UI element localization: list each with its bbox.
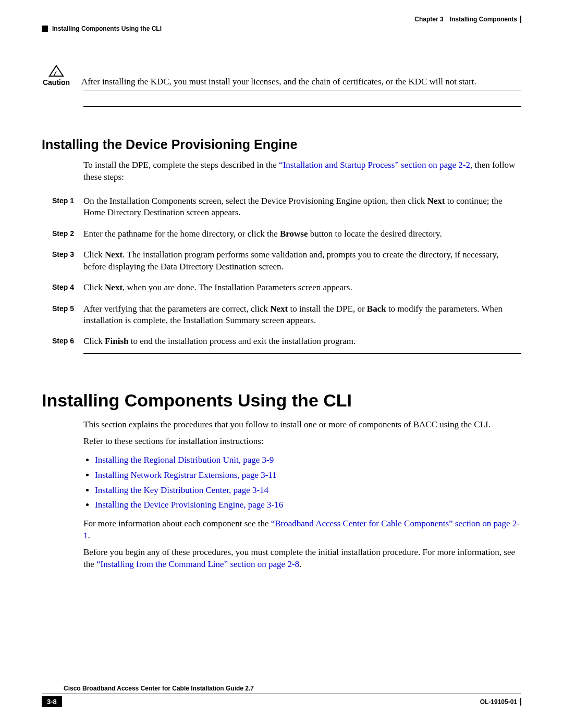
rule-thick xyxy=(83,106,521,107)
step-label: Step 1 xyxy=(52,195,83,205)
text: to install the DPE, or xyxy=(288,304,367,314)
section-title: Installing Components Using the CLI xyxy=(52,25,521,32)
caution-label: Caution xyxy=(42,78,71,87)
link-dpe[interactable]: Installing the Device Provisioning Engin… xyxy=(95,500,283,510)
chapter-title: Installing Components xyxy=(450,16,517,23)
text: . The installation program performs some… xyxy=(83,250,498,271)
text: button to locate the desired directory. xyxy=(308,229,442,239)
chapter-number: Chapter 3 xyxy=(414,16,443,23)
link-kdc[interactable]: Installing the Key Distribution Center, … xyxy=(95,485,268,495)
link-install-startup[interactable]: “Installation and Startup Process” secti… xyxy=(279,160,470,170)
bold: Finish xyxy=(105,336,128,346)
step-label: Step 5 xyxy=(52,303,83,313)
text: Click xyxy=(83,282,105,292)
step-text: After verifying that the parameters are … xyxy=(83,303,521,327)
caution-label-col: Caution xyxy=(42,65,71,87)
text: to end the installation process and exit… xyxy=(128,336,356,346)
bold: Browse xyxy=(280,229,308,239)
text: To install the DPE, complete the steps d… xyxy=(83,160,279,170)
header-tick-icon xyxy=(520,16,521,23)
step-text: On the Installation Components screen, s… xyxy=(83,195,521,219)
running-header-left: Installing Components Using the CLI xyxy=(42,25,521,32)
heading-dpe: Installing the Device Provisioning Engin… xyxy=(42,137,521,152)
svg-marker-0 xyxy=(50,66,63,76)
list-item: Installing the Key Distribution Center, … xyxy=(95,483,521,498)
link-rdu[interactable]: Installing the Regional Distribution Uni… xyxy=(95,455,274,465)
step-row: Step 3 Click Next. The installation prog… xyxy=(52,249,521,273)
doc-id-text: OL-19105-01 xyxy=(480,698,517,706)
cli-begin: Before you begin any of these procedures… xyxy=(83,547,521,570)
doc-id: OL-19105-01 xyxy=(480,698,521,706)
steps-list: Step 1 On the Installation Components sc… xyxy=(52,195,521,348)
text: Click xyxy=(83,250,105,260)
step-text: Click Next. The installation program per… xyxy=(83,249,521,273)
link-nre[interactable]: Installing Network Registrar Extensions,… xyxy=(95,470,277,480)
text: Enter the pathname for the home director… xyxy=(83,229,280,239)
step-text: Click Finish to end the installation pro… xyxy=(83,336,521,347)
step-row: Step 6 Click Finish to end the installat… xyxy=(52,336,521,347)
cli-para2: Refer to these sections for installation… xyxy=(83,436,521,447)
bold: Next xyxy=(105,282,123,292)
step-row: Step 2 Enter the pathname for the home d… xyxy=(52,228,521,240)
list-item: Installing Network Registrar Extensions,… xyxy=(95,468,521,483)
text: For more information about each componen… xyxy=(83,519,271,528)
rule-thick xyxy=(83,353,521,354)
footer-guide-title: Cisco Broadband Access Center for Cable … xyxy=(42,685,521,694)
rule xyxy=(83,91,521,91)
bold: Back xyxy=(367,304,386,314)
bold: Next xyxy=(105,250,123,260)
text: , when you are done. The Installation Pa… xyxy=(123,282,352,292)
header-square-icon xyxy=(42,26,48,32)
cli-para1: This section explains the procedures tha… xyxy=(83,419,521,430)
heading-cli: Installing Components Using the CLI xyxy=(42,390,521,411)
page: Chapter 3 Installing Components Installi… xyxy=(0,0,563,728)
list-item: Installing the Regional Distribution Uni… xyxy=(95,453,521,468)
caution-triangle-icon xyxy=(48,65,64,77)
svg-line-1 xyxy=(54,71,56,76)
list-item: Installing the Device Provisioning Engin… xyxy=(95,498,521,513)
step-label: Step 2 xyxy=(52,228,83,238)
page-number: 3-8 xyxy=(42,696,62,707)
step-label: Step 3 xyxy=(52,249,83,258)
footer-tick-icon xyxy=(520,698,521,706)
step-row: Step 4 Click Next, when you are done. Th… xyxy=(52,282,521,293)
dpe-intro: To install the DPE, complete the steps d… xyxy=(83,159,521,183)
step-label: Step 6 xyxy=(52,336,83,345)
step-text: Enter the pathname for the home director… xyxy=(83,228,521,240)
text: . xyxy=(88,530,90,540)
bold: Next xyxy=(427,196,445,206)
step-row: Step 5 After verifying that the paramete… xyxy=(52,303,521,327)
text: On the Installation Components screen, s… xyxy=(83,196,427,206)
link-cmdline[interactable]: “Installing from the Command Line” secti… xyxy=(96,559,299,569)
caution-block: Caution After installing the KDC, you mu… xyxy=(42,65,521,88)
footer: Cisco Broadband Access Center for Cable … xyxy=(42,685,521,707)
step-text: Click Next, when you are done. The Insta… xyxy=(83,282,521,293)
caution-text: After installing the KDC, you must insta… xyxy=(71,65,521,88)
bold: Next xyxy=(270,304,288,314)
text: After verifying that the parameters are … xyxy=(83,304,270,314)
cli-more: For more information about each componen… xyxy=(83,518,521,541)
text: Click xyxy=(83,336,105,346)
link-list: Installing the Regional Distribution Uni… xyxy=(83,453,521,513)
text: . xyxy=(299,559,301,569)
step-label: Step 4 xyxy=(52,282,83,291)
step-row: Step 1 On the Installation Components sc… xyxy=(52,195,521,219)
running-header-right: Chapter 3 Installing Components xyxy=(42,16,521,23)
